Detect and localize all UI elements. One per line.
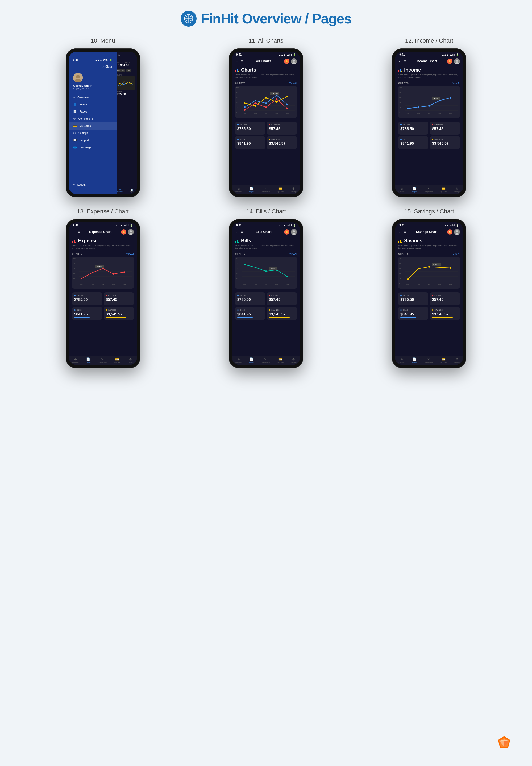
phone-15-container: 15. Savings / Chart 9:41 ▲▲▲WiFi🔋 ← ≡ Sa… xyxy=(353,208,505,368)
back-button-11[interactable]: ← xyxy=(235,59,239,63)
svg-text:Mar: Mar xyxy=(428,113,430,114)
bottom-nav-mycards-12[interactable]: 💳My Cards xyxy=(440,187,447,193)
phone-13-screen: 9:41 ▲▲▲WiFi🔋 ← ≡ Expense Chart 🔔 xyxy=(69,222,137,365)
svg-text:May: May xyxy=(286,283,289,285)
svg-point-18 xyxy=(265,102,267,104)
bell-icon-12[interactable]: 🔔 xyxy=(447,59,452,64)
chart-container-13: 100806040200 xyxy=(72,257,134,289)
view-all-11[interactable]: View All xyxy=(289,82,297,84)
view-all-12[interactable]: View All xyxy=(452,82,460,84)
menu-profile: George Smith +1 (917) 470-9281 xyxy=(69,71,117,92)
bottom-nav-mycards-13[interactable]: 💳My Cards xyxy=(114,357,121,363)
bottom-nav-pages-11[interactable]: 📄Pages xyxy=(249,187,254,193)
phone-11-frame: 9:41 ▲▲▲WiFi🔋 ← ≡ All Charts 🔔 xyxy=(229,48,303,197)
svg-text:May: May xyxy=(286,113,289,114)
stats-grid-11: INCOME $785.50 EXPENSE $57.45 BILLS $841… xyxy=(232,120,300,151)
svg-point-99 xyxy=(456,230,458,232)
menu-icon-11[interactable]: ≡ xyxy=(241,59,243,63)
svg-point-66 xyxy=(81,278,82,279)
menu-item-overview[interactable]: ○Overview xyxy=(69,94,117,101)
svg-point-67 xyxy=(92,272,93,273)
menu-icon-14[interactable]: ≡ xyxy=(241,230,243,234)
menu-logout-button[interactable]: ↪ Logout xyxy=(73,183,86,186)
bottom-nav-overview-15[interactable]: ⊕Overview xyxy=(399,357,405,363)
bottom-nav-13: ⊕Overview 📄Pages ✕Components 💳My Cards ⚙… xyxy=(69,356,137,365)
svg-point-22 xyxy=(255,105,256,107)
svg-point-110 xyxy=(450,267,451,269)
bell-icon-14[interactable]: 🔔 xyxy=(284,229,289,235)
svg-point-23 xyxy=(265,97,267,99)
svg-point-70 xyxy=(123,271,125,273)
bottom-nav-components-11[interactable]: ✕Components xyxy=(261,187,270,193)
svg-point-21 xyxy=(244,102,246,104)
back-button-13[interactable]: ← xyxy=(72,230,76,234)
bell-icon-11[interactable]: 🔔 xyxy=(284,59,289,64)
bottom-nav-settings-11[interactable]: ⚙Settings xyxy=(291,187,297,193)
menu-item-profile[interactable]: 👤Profile xyxy=(69,101,117,108)
stat-expense-14: EXPENSE $57.45 xyxy=(267,292,297,305)
nav-title-15: Savings Chart xyxy=(408,230,445,234)
bottom-nav-settings-13[interactable]: ⚙Settings xyxy=(128,357,134,363)
stat-income-11: INCOME $785.50 xyxy=(235,122,265,135)
view-all-14[interactable]: View All xyxy=(289,253,297,255)
page-title: FinHit Overview / Pages xyxy=(201,11,352,27)
svg-text:Mar: Mar xyxy=(265,113,267,114)
back-button-15[interactable]: ← xyxy=(398,230,402,234)
stats-grid-12: INCOME $785.50 EXPENSE $57.45 BILLS $841… xyxy=(395,120,463,151)
menu-item-support[interactable]: 💬Support xyxy=(69,137,117,144)
phone-14-screen: 9:41 ▲▲▲WiFi🔋 ← ≡ Bills Chart 🔔 xyxy=(232,222,300,365)
menu-item-language[interactable]: 🌐Language xyxy=(69,144,117,151)
bottom-nav-mycards-11[interactable]: 💳My Cards xyxy=(277,187,284,193)
menu-item-components[interactable]: ⚙Components xyxy=(69,115,117,122)
bottom-nav-mycards-15[interactable]: 💳My Cards xyxy=(440,357,447,363)
menu-icon-15[interactable]: ≡ xyxy=(404,230,406,234)
menu-icon-12[interactable]: ≡ xyxy=(404,59,406,63)
bottom-nav-overview-13[interactable]: ⊕Overview xyxy=(72,357,79,363)
svg-point-49 xyxy=(439,100,440,101)
bottom-nav-overview-14[interactable]: ⊕Overview xyxy=(235,357,242,363)
svg-point-25 xyxy=(286,96,288,97)
menu-items-list: ○Overview 👤Profile 📄Pages ⚙Components xyxy=(69,92,117,153)
menu-user-phone: +1 (917) 470-9281 xyxy=(73,87,91,90)
menu-icon-13[interactable]: ≡ xyxy=(78,230,80,234)
view-all-13[interactable]: View All xyxy=(126,253,134,255)
bottom-nav-mycards-14[interactable]: 💳My Cards xyxy=(277,357,284,363)
menu-item-mycards[interactable]: 💳My Cards xyxy=(69,122,117,130)
back-button-12[interactable]: ← xyxy=(398,59,402,63)
view-all-15[interactable]: View All xyxy=(452,253,460,255)
svg-point-69 xyxy=(113,273,114,275)
bottom-nav-overview-11[interactable]: ⊕Overview xyxy=(235,187,242,193)
menu-close-button[interactable]: ✕ Close xyxy=(102,65,112,68)
stats-grid-14: INCOME $785.50 EXPENSE $57.45 BILLS $841… xyxy=(232,291,300,322)
svg-point-48 xyxy=(428,105,430,107)
bottom-nav-settings-14[interactable]: ⚙Settings xyxy=(291,357,297,363)
stat-income-14: INCOME $785.50 xyxy=(235,292,265,305)
svg-text:Apr: Apr xyxy=(439,113,441,114)
phone-13-label: 13. Expense / Chart xyxy=(77,208,128,215)
bottom-nav-components-14[interactable]: ✕Components xyxy=(261,357,270,363)
stat-savings-12: SAVINGS $3,545.57 xyxy=(430,136,460,149)
bottom-nav-components-12[interactable]: ✕Components xyxy=(424,187,433,193)
bottom-nav-components-13[interactable]: ✕Components xyxy=(98,357,107,363)
bottom-nav-settings-15[interactable]: ⚙Settings xyxy=(454,357,460,363)
logo-icon xyxy=(181,11,197,27)
bottom-nav-components-15[interactable]: ✕Components xyxy=(424,357,433,363)
bottom-nav-14: ⊕Overview 📄Pages ✕Components 💳My Cards ⚙… xyxy=(232,356,300,365)
bottom-nav-pages-13[interactable]: 📄Pages xyxy=(86,357,90,363)
bottom-nav-pages-15[interactable]: 📄Pages xyxy=(412,357,417,363)
bell-icon-15[interactable]: 🔔 xyxy=(447,229,452,235)
menu-item-pages[interactable]: 📄Pages xyxy=(69,108,117,115)
page-title-12: Income xyxy=(404,67,421,73)
bottom-nav-12: ⊕Overview 📄Pages ✕Components 💳My Cards ⚙… xyxy=(395,185,463,194)
svg-point-47 xyxy=(418,106,419,108)
bottom-nav-pages-12[interactable]: 📄Pages xyxy=(412,187,417,193)
stat-savings-14: SAVINGS $3,545.57 xyxy=(267,307,297,320)
bottom-nav-settings-12[interactable]: ⚙Settings xyxy=(454,187,460,193)
bottom-nav-overview-12[interactable]: ⊕Overview xyxy=(399,187,405,193)
nav-title-11: All Charts xyxy=(245,59,282,63)
back-button-14[interactable]: ← xyxy=(235,230,239,234)
stat-bills-12: BILLS $841.95 xyxy=(398,136,428,149)
bottom-nav-pages-14[interactable]: 📄Pages xyxy=(249,357,254,363)
bell-icon-13[interactable]: 🔔 xyxy=(121,229,126,235)
menu-item-settings[interactable]: ⚙Settings xyxy=(69,130,117,137)
